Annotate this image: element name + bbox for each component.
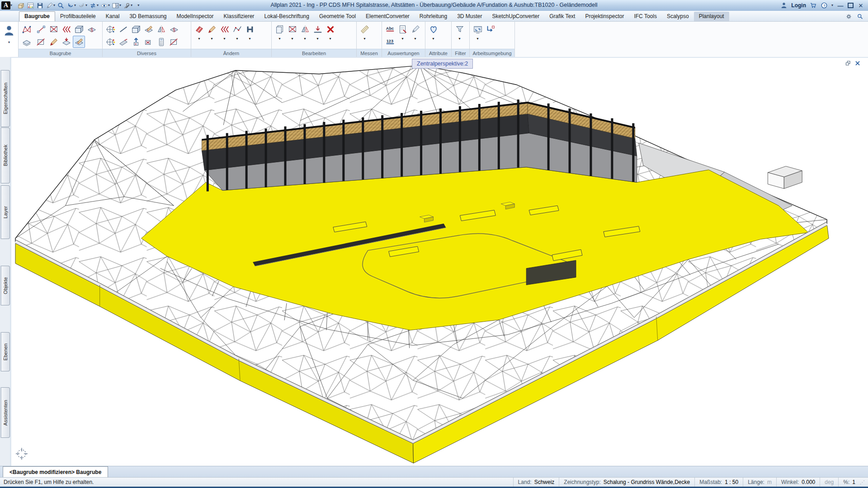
status-field-laenge[interactable]: Länge: m: [743, 478, 776, 487]
mirror-dropdown-caret[interactable]: ▼: [299, 36, 311, 41]
numbers-123-tool-icon[interactable]: [384, 36, 396, 48]
drawing-canvas[interactable]: [11, 58, 868, 466]
logo-menu-caret[interactable]: ▾: [10, 4, 12, 7]
slab-tool-icon[interactable]: [20, 36, 33, 48]
resize-grip[interactable]: ⋰: [860, 479, 868, 485]
arrow-slab-tool-icon[interactable]: [60, 36, 72, 48]
maximize-button[interactable]: [848, 3, 854, 8]
report-dropdown-caret[interactable]: ▼: [396, 36, 409, 41]
tab-geometrie-tool[interactable]: Geometrie Tool: [314, 12, 361, 21]
erase-tool-icon[interactable]: [193, 23, 205, 35]
terrain-mesh-tool-icon[interactable]: [20, 23, 33, 35]
report-tool-icon[interactable]: [396, 23, 409, 35]
origin-crosshair-icon[interactable]: [16, 448, 28, 460]
tab-planlayout[interactable]: Planlayout: [694, 12, 729, 21]
stretch-dropdown-caret[interactable]: ▼: [218, 36, 231, 41]
tools-icon[interactable]: ▾: [123, 1, 133, 10]
tab-elementconverter[interactable]: ElementConverter: [361, 12, 415, 21]
frame-dropdown-caret[interactable]: ▼: [286, 36, 298, 41]
swap-icon[interactable]: ▾: [89, 1, 99, 10]
delete-x-tool-icon[interactable]: [324, 23, 336, 35]
polyline-tool-icon[interactable]: [231, 23, 243, 35]
sidebar-item-objekte[interactable]: Objekte: [0, 266, 10, 305]
sidebar-item-eigenschaften[interactable]: Eigenschaften: [0, 70, 10, 127]
tab-kanal[interactable]: Kanal: [101, 12, 125, 21]
x-frame-tool-icon[interactable]: [47, 23, 60, 35]
stretch-tool-icon[interactable]: [218, 23, 231, 35]
workspace-window-tool-icon[interactable]: [472, 23, 484, 35]
undo-icon[interactable]: ▾: [66, 1, 76, 10]
sidebar-item-assistenten[interactable]: Assistenten: [0, 387, 10, 438]
split-window-icon[interactable]: ▾: [111, 1, 122, 10]
tab-scalypso[interactable]: Scalypso: [662, 12, 694, 21]
slab-pencil-tool-icon[interactable]: [142, 23, 155, 35]
view-tab-zentralperspektive[interactable]: Zentralperspektive:2: [412, 59, 473, 69]
line-tool-icon[interactable]: [117, 23, 129, 35]
status-field-massstab[interactable]: Maßstab: 1 : 50: [694, 478, 743, 487]
tab-lokal-beschriftung[interactable]: Lokal-Beschriftung: [259, 12, 314, 21]
chevrons-tool-icon[interactable]: [60, 23, 72, 35]
align-tool-icon[interactable]: [311, 23, 324, 35]
x-box-tool-icon[interactable]: [142, 36, 155, 48]
sidebar-item-layer[interactable]: Layer: [0, 185, 10, 239]
text-abc-tool-icon[interactable]: [384, 23, 396, 35]
project-cube-icon[interactable]: [17, 1, 25, 10]
tab-3d-bemassung[interactable]: 3D Bemassung: [124, 12, 171, 21]
annotate-tool-icon[interactable]: [409, 23, 421, 35]
baugrube-modify-tool-icon[interactable]: [73, 36, 85, 48]
copy-dropdown-caret[interactable]: ▼: [274, 36, 286, 41]
section-tool-icon[interactable]: [85, 23, 98, 35]
close-button[interactable]: ✕: [857, 2, 864, 9]
arrange-filter-tool-icon[interactable]: [484, 23, 496, 35]
frame-tool-icon[interactable]: [286, 23, 298, 35]
tab-baugrube[interactable]: Baugrube: [19, 11, 55, 21]
actor-caret[interactable]: ▾: [8, 41, 10, 44]
status-field-deg[interactable]: deg: [820, 478, 838, 487]
lift-tool-icon[interactable]: [130, 36, 142, 48]
workspace-dropdown-caret[interactable]: ▼: [472, 36, 484, 41]
zoom-target-tool-icon[interactable]: [104, 23, 117, 35]
status-field-zeichnungstyp[interactable]: Zeichnungstyp: Schalung - Grundriss Wänd…: [559, 478, 694, 487]
tab-klassifizierer[interactable]: Klassifizierer: [219, 12, 259, 21]
view-eye-icon[interactable]: ▾: [100, 1, 110, 10]
layout-grid-icon[interactable]: [26, 1, 35, 10]
toolbar-overflow-caret[interactable]: ▾: [137, 4, 139, 7]
settings-gear-icon[interactable]: [845, 13, 852, 20]
mirror-copy-tool-icon[interactable]: [299, 23, 311, 35]
polyline-dropdown-caret[interactable]: ▼: [231, 36, 243, 41]
redo-icon[interactable]: ▾: [77, 1, 88, 10]
actor-button[interactable]: ▾: [0, 22, 19, 57]
viewport-restore-icon[interactable]: [845, 60, 851, 66]
ramp-tool-icon[interactable]: [117, 36, 129, 48]
minimize-button[interactable]: —: [837, 2, 844, 9]
section-cube-tool-icon[interactable]: [168, 23, 180, 35]
mirror-tool-icon[interactable]: [155, 23, 167, 35]
measure-dropdown-caret[interactable]: ▼: [359, 36, 371, 41]
login-person-icon[interactable]: [780, 2, 788, 9]
draw-dropdown-caret[interactable]: ▼: [206, 36, 218, 41]
attributes-dropdown-caret[interactable]: ▼: [427, 36, 439, 41]
measure-ruler-tool-icon[interactable]: [359, 23, 371, 35]
status-field-land[interactable]: Land: Schweiz: [513, 478, 559, 487]
tab-projektinspector[interactable]: Projektinspector: [580, 12, 629, 21]
erase-dropdown-caret[interactable]: ▼: [193, 36, 205, 41]
sidebar-item-bibliothek[interactable]: Bibliothek: [0, 127, 10, 183]
cube3d-tool-icon[interactable]: [130, 23, 142, 35]
filter-funnel-tool-icon[interactable]: [453, 23, 466, 35]
pencil-tool-icon[interactable]: [47, 36, 60, 48]
sidebar-item-ebenen[interactable]: Ebenen: [0, 332, 10, 371]
annotate-dropdown-caret[interactable]: ▼: [409, 36, 421, 41]
copy-tool-icon[interactable]: [274, 23, 286, 35]
edit-pencil-icon[interactable]: ▾: [45, 1, 56, 10]
h-profile-dropdown-caret[interactable]: ▼: [244, 36, 256, 41]
cube-tool-icon[interactable]: [73, 23, 85, 35]
move-target-tool-icon[interactable]: [104, 36, 117, 48]
login-button[interactable]: Login: [791, 2, 806, 9]
tab-sketchupconverter[interactable]: SketchUpConverter: [487, 12, 545, 21]
status-field-percent[interactable]: %: 1: [838, 478, 860, 487]
allplan-logo[interactable]: A: [1, 1, 10, 9]
hatch-cross-tool-icon[interactable]: [168, 36, 180, 48]
draw-pencil-tool-icon[interactable]: [206, 23, 218, 35]
tab-profilbauteilele[interactable]: Profilbauteilele: [55, 12, 101, 21]
tab-rohrleitung[interactable]: Rohrleitung: [415, 12, 452, 21]
